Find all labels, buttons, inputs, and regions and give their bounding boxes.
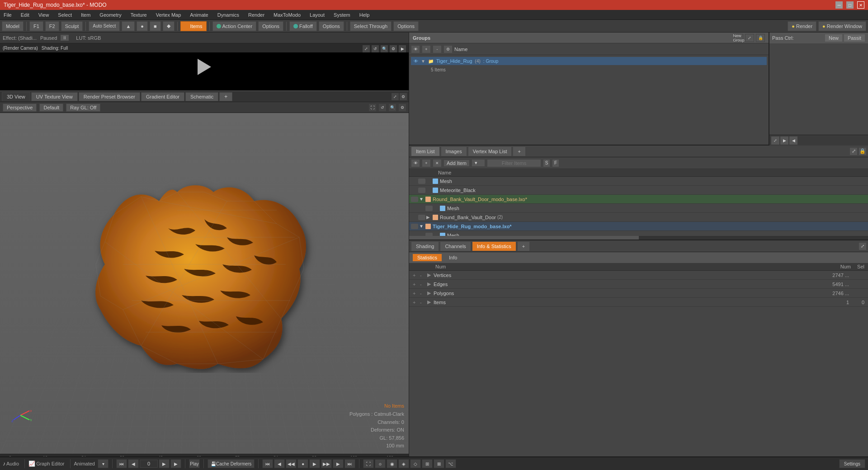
options-button1[interactable]: Options [258, 21, 283, 31]
icon-btn3[interactable]: ■ [150, 21, 161, 31]
tab-schematic[interactable]: Schematic [185, 92, 218, 101]
transport-extra-btn5[interactable]: ▶ [309, 459, 320, 468]
stats-edges-arrow[interactable]: ▶ [427, 281, 432, 287]
row-expand-5[interactable]: ▶ [426, 215, 433, 220]
il-scrollbar-thumb[interactable] [409, 236, 639, 240]
select-through-button[interactable]: Select Through [350, 21, 392, 31]
tab-channels[interactable]: Channels [440, 241, 471, 251]
transport-icon1[interactable]: ⛶ [363, 459, 374, 468]
play-full-button[interactable]: Play [189, 459, 200, 468]
stats-items-arrow[interactable]: ▶ [427, 299, 432, 305]
transport-extra-btn8[interactable]: ⏭ [344, 459, 355, 468]
stats-tab-statistics[interactable]: Statistics [413, 254, 442, 261]
action-center-button[interactable]: Action Center [212, 21, 257, 31]
options-button2[interactable]: Options [319, 21, 344, 31]
tab-add-plus[interactable]: + [513, 146, 525, 156]
transport-extra-btn6[interactable]: ▶▶ [321, 459, 332, 468]
groups-new-group-btn[interactable]: New Group [734, 34, 743, 42]
list-item[interactable]: Meteorite_Black [409, 186, 868, 195]
transport-icon2[interactable]: ⌾ [375, 459, 386, 468]
preview-icon-btn5[interactable]: ▶ [399, 45, 406, 52]
tab-shading[interactable]: Shading [411, 241, 439, 251]
transport-icon5[interactable]: ◇ [410, 459, 421, 468]
menu-edit[interactable]: Edit [19, 11, 31, 19]
row-eye-4[interactable] [425, 206, 433, 211]
skip-start-button[interactable]: ⏮ [116, 459, 127, 468]
row-expand-6[interactable]: ▼ [419, 224, 425, 229]
add-item-label[interactable]: Add Item [443, 160, 470, 167]
options-button3[interactable]: Options [393, 21, 419, 31]
frame-input[interactable]: 0 [140, 460, 158, 468]
preview-icon-btn2[interactable]: ↺ [372, 45, 379, 52]
il-add-btn[interactable]: + [422, 159, 431, 167]
vp-icon1[interactable]: ⛶ [369, 104, 376, 111]
default-button[interactable]: Default [39, 103, 63, 112]
transport-icon7[interactable]: ⊠ [434, 459, 444, 468]
pass-arrow-btn[interactable]: ▶ [780, 136, 788, 145]
icon-btn2[interactable]: ● [137, 21, 148, 31]
tab-plus[interactable]: + [517, 241, 530, 251]
filter-f-btn[interactable]: F [552, 159, 559, 167]
groups-tool4[interactable]: ⚙ [443, 45, 453, 53]
transport-extra-btn1[interactable]: ⏮ [262, 459, 273, 468]
tab-uv-texture[interactable]: UV Texture View [31, 92, 78, 101]
menu-select[interactable]: Select [56, 11, 74, 19]
stats-edges-plus[interactable]: + [413, 282, 418, 287]
animated-dropdown[interactable]: ▾ [98, 459, 108, 468]
transport-extra-btn2[interactable]: ◀ [274, 459, 285, 468]
tab-3d-view[interactable]: 3D View [2, 92, 30, 101]
transport-extra-btn7[interactable]: ▶ [333, 459, 344, 468]
il-scrollbar[interactable] [409, 236, 868, 240]
groups-tool2[interactable]: + [422, 45, 431, 53]
play-button[interactable] [193, 56, 216, 78]
group-expand-arrow[interactable]: ▼ [421, 59, 425, 64]
menu-item[interactable]: Item [79, 11, 92, 19]
ray-gl-button[interactable]: Ray GL: Off [66, 103, 100, 112]
transport-extra-btn3[interactable]: ◀◀ [286, 459, 297, 468]
menu-render[interactable]: Render [246, 11, 266, 19]
menu-dynamics[interactable]: Dynamics [216, 11, 241, 19]
il-eye-btn[interactable]: 👁 [411, 159, 420, 167]
perspective-button[interactable]: Perspective [3, 103, 37, 112]
group-item-tiger-hide[interactable]: 👁 ▼ 📁 Tiger_Hide_Rug (4) : Group [411, 57, 767, 65]
icon-btn4[interactable]: ◆ [163, 21, 175, 31]
stats-tab-info[interactable]: Info [444, 254, 462, 261]
filter-s-btn[interactable]: S [543, 159, 550, 167]
props-expand-btn[interactable]: ⤢ [859, 243, 866, 250]
row-eye-7[interactable] [425, 233, 433, 236]
pass-expand-btn[interactable]: ⤢ [771, 136, 779, 145]
sculpt-button[interactable]: Sculpt [61, 21, 83, 31]
row-eye-6[interactable] [411, 224, 418, 229]
viewport-expand[interactable]: ⤢ [392, 93, 399, 100]
menu-maxtomodo[interactable]: MaxToModo [272, 11, 302, 19]
settings-button[interactable]: Settings [839, 459, 865, 468]
menu-view[interactable]: View [37, 11, 51, 19]
next-frame-button[interactable]: ▶ [170, 459, 181, 468]
f1-button[interactable]: F1 [29, 21, 43, 31]
menu-texture[interactable]: Texture [129, 11, 149, 19]
stats-vertices-plus[interactable]: + [413, 273, 418, 278]
preview-icon-btn3[interactable]: 🔍 [381, 45, 388, 52]
falloff-button[interactable]: Falloff [289, 21, 317, 31]
cache-deformers-button[interactable]: 💾 Cache Deformers [208, 459, 255, 468]
filter-items-input[interactable] [487, 159, 541, 167]
groups-lock-btn[interactable]: 🔒 [756, 34, 765, 42]
model-button[interactable]: Model [2, 21, 24, 31]
transport-extra-btn4[interactable]: ● [297, 459, 308, 468]
tab-images[interactable]: Images [441, 146, 467, 156]
stats-polygons-minus[interactable]: - [420, 291, 425, 296]
stats-polygons-arrow[interactable]: ▶ [427, 290, 432, 296]
menu-system[interactable]: System [332, 11, 352, 19]
render-window-button[interactable]: ● Render Window [818, 21, 866, 31]
pass-passit-button[interactable]: Passit [844, 34, 865, 42]
items-button[interactable]: Items [180, 21, 207, 31]
tab-gradient-editor[interactable]: Gradient Editor [141, 92, 184, 101]
row-eye-2[interactable] [418, 188, 425, 193]
minimize-button[interactable]: ─ [835, 1, 843, 9]
list-item[interactable]: Mesh [409, 177, 868, 186]
menu-animate[interactable]: Animate [188, 11, 210, 19]
viewport-settings[interactable]: ⚙ [400, 93, 407, 100]
prev-frame-button[interactable]: ◀ [128, 459, 139, 468]
list-item[interactable]: Mesh [409, 204, 868, 213]
maximize-button[interactable]: □ [846, 1, 854, 9]
